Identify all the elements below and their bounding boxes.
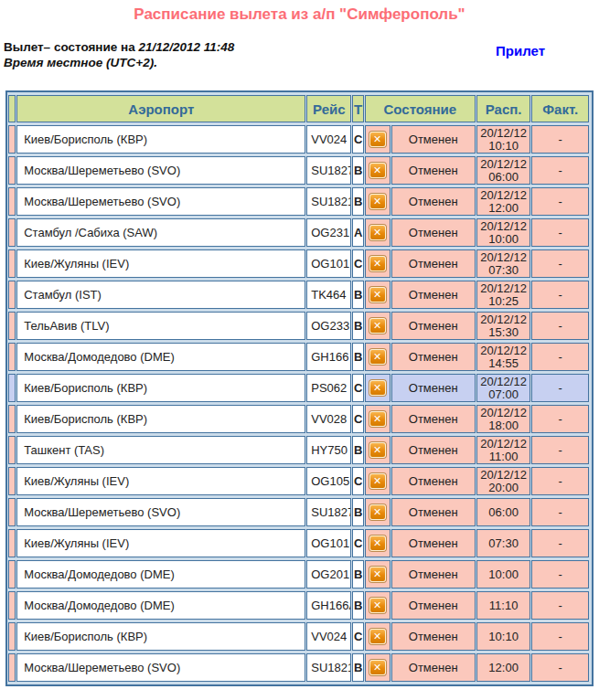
- actual-time-cell: -: [531, 281, 589, 309]
- scheduled-date: 20/12/12: [477, 189, 530, 202]
- flight-number-cell: PS062: [306, 374, 351, 402]
- row-color-strip: [8, 467, 16, 495]
- terminal-cell: C: [352, 249, 363, 278]
- status-cell: Отменен: [391, 312, 476, 340]
- scheduled-time-cell: 10:10: [476, 622, 531, 651]
- arrivals-link[interactable]: Прилет: [496, 43, 545, 58]
- scheduled-time-cell: 20/12/12 15:30: [476, 312, 531, 340]
- actual-time-cell: -: [531, 312, 589, 340]
- airport-cell: Стамбул (IST): [16, 281, 305, 309]
- airport-cell: Киев/Жуляны (IEV): [16, 529, 305, 557]
- cancelled-x-icon: ✕: [369, 598, 386, 613]
- flight-row: Москва/Шереметьево (SVO) SU1821 B ✕ Отме…: [8, 653, 589, 682]
- flight-row: Москва/Домодедово (DME) GH166 B ✕ Отмене…: [8, 343, 589, 371]
- status-icon-cell: ✕: [365, 436, 390, 464]
- col-header-flight: Рейс: [306, 95, 351, 122]
- scheduled-time-cell: 06:00: [476, 498, 531, 526]
- status-cell: Отменен: [391, 560, 476, 589]
- airport-cell: Ташкент (TAS): [16, 436, 305, 464]
- col-header-terminal: Т: [352, 95, 363, 122]
- scheduled-time-cell: 20/12/12 20:00: [476, 467, 531, 495]
- status-cell: Отменен: [391, 405, 476, 433]
- col-header-actual: Факт.: [531, 95, 589, 122]
- airport-cell: Киев/Борисполь (КВР): [16, 125, 305, 154]
- scheduled-time: 11:10: [477, 599, 530, 612]
- status-icon-cell: ✕: [365, 653, 390, 682]
- flight-row: Киев/Борисполь (КВР) VV028 C ✕ Отменен 2…: [8, 405, 589, 433]
- terminal-cell: C: [352, 529, 363, 557]
- scheduled-time-cell: 11:10: [476, 591, 531, 620]
- cancelled-x-icon: ✕: [369, 567, 386, 582]
- cancelled-x-icon: ✕: [369, 132, 386, 147]
- flight-row: Киев/Борисполь (КВР) VV024 C ✕ Отменен 1…: [8, 622, 589, 651]
- actual-time-cell: -: [531, 405, 589, 433]
- row-color-strip: [8, 436, 16, 464]
- flight-row: Киев/Борисполь (КВР) PS062 C ✕ Отменен 2…: [8, 374, 589, 402]
- cancelled-x-icon: ✕: [369, 225, 386, 240]
- terminal-cell: C: [352, 405, 363, 433]
- row-color-strip: [8, 529, 16, 557]
- scheduled-date: 20/12/12: [477, 376, 530, 388]
- cancelled-x-icon: ✕: [369, 380, 386, 396]
- status-cell: Отменен: [391, 467, 476, 495]
- actual-time-cell: -: [531, 249, 589, 278]
- airport-cell: Киев/Жуляны (IEV): [16, 467, 305, 495]
- row-color-strip: [8, 125, 16, 154]
- cancelled-x-icon: ✕: [369, 629, 386, 644]
- flight-number-cell: VV024: [306, 125, 351, 154]
- scheduled-date: 20/12/12: [477, 345, 530, 357]
- status-icon-cell: ✕: [365, 591, 390, 620]
- status-cell: Отменен: [391, 622, 476, 651]
- status-cell: Отменен: [391, 249, 476, 278]
- scheduled-date: 20/12/12: [477, 313, 530, 326]
- flight-number-cell: VV028: [306, 405, 351, 433]
- scheduled-time-cell: 20/12/12 10:10: [476, 125, 531, 154]
- row-color-strip: [8, 405, 16, 433]
- airport-cell: Москва/Домодедово (DME): [16, 591, 305, 620]
- airport-cell: Киев/Борисполь (КВР): [16, 374, 305, 402]
- row-color-strip: [8, 591, 16, 620]
- flight-number-cell: SU1827: [306, 498, 351, 526]
- scheduled-time: 07:30: [477, 537, 530, 550]
- scheduled-time: 10:00: [477, 568, 530, 581]
- status-icon-cell: ✕: [365, 281, 390, 309]
- terminal-cell: B: [352, 156, 363, 185]
- scheduled-date: 20/12/12: [477, 282, 530, 295]
- scheduled-time: 20:00: [477, 482, 530, 494]
- flight-number-cell: VV024: [306, 622, 351, 651]
- header-strip: [8, 95, 16, 122]
- airport-cell: Киев/Борисполь (КВР): [16, 405, 305, 433]
- status-cell: Отменен: [391, 529, 476, 557]
- terminal-cell: B: [352, 653, 363, 682]
- scheduled-date: 20/12/12: [477, 407, 530, 419]
- status-icon-cell: ✕: [365, 374, 390, 402]
- flight-number-cell: GH166: [306, 343, 351, 371]
- col-header-status: Состояние: [365, 95, 476, 122]
- header-row: Аэропорт Рейс Т Состояние Расп. Факт.: [8, 95, 589, 122]
- terminal-cell: C: [352, 125, 363, 154]
- status-icon-cell: ✕: [365, 622, 390, 651]
- scheduled-time: 11:00: [477, 451, 530, 463]
- airport-cell: Москва/Домодедово (DME): [16, 343, 305, 371]
- status-icon-cell: ✕: [365, 405, 390, 433]
- terminal-cell: C: [352, 374, 363, 402]
- airport-cell: ТельАвив (TLV): [16, 312, 305, 340]
- departures-page: Расписание вылета из а/п "Симферополь" В…: [0, 5, 599, 686]
- col-header-airport: Аэропорт: [16, 95, 305, 122]
- scheduled-time-cell: 20/12/12 12:00: [476, 187, 531, 216]
- scheduled-time-cell: 07:30: [476, 529, 531, 557]
- flight-row: Киев/Борисполь (КВР) VV024 C ✕ Отменен 2…: [8, 125, 589, 154]
- flight-row: Стамбул /Сабиха (SAW) OG231 A ✕ Отменен …: [8, 218, 589, 247]
- status-icon-cell: ✕: [365, 312, 390, 340]
- actual-time-cell: -: [531, 187, 589, 216]
- flight-number-cell: HY750: [306, 436, 351, 464]
- flight-row: Киев/Жуляны (IEV) OG105 C ✕ Отменен 20/1…: [8, 467, 589, 495]
- status-icon-cell: ✕: [365, 343, 390, 371]
- flight-number-cell: OG233: [306, 312, 351, 340]
- scheduled-date: 20/12/12: [477, 158, 530, 171]
- scheduled-date: 20/12/12: [477, 220, 530, 233]
- row-color-strip: [8, 156, 16, 185]
- airport-cell: Стамбул /Сабиха (SAW): [16, 218, 305, 247]
- flight-number-cell: SU1827: [306, 156, 351, 185]
- airport-cell: Москва/Шереметьево (SVO): [16, 187, 305, 216]
